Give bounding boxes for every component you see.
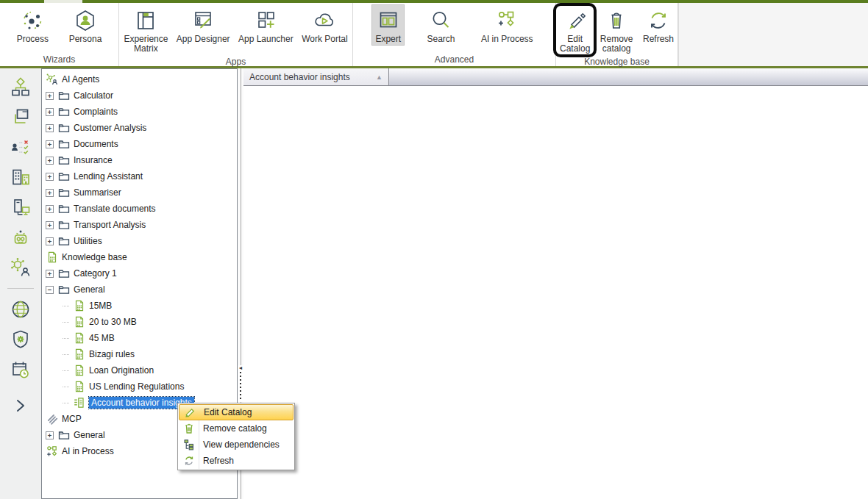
doc-icon [73, 332, 85, 344]
forms-icon [10, 106, 32, 128]
edit-catalog-icon [563, 8, 588, 33]
expand-icon[interactable]: + [46, 140, 54, 148]
toolbar-divider [7, 288, 34, 289]
sidebar-item-security-shield[interactable] [9, 329, 32, 351]
expand-icon[interactable]: + [46, 205, 54, 213]
tree-item-label: Summariser [74, 187, 121, 198]
tree-item-label: Complaints [74, 107, 118, 117]
tree-item-ai-agents[interactable]: AI Agents [43, 71, 237, 87]
tree-item-translate-documents[interactable]: +Translate documents [43, 201, 237, 217]
menu-trash-icon [183, 423, 195, 434]
ribbon-button-process[interactable]: Process [13, 4, 52, 46]
menu-icon-cell [179, 455, 199, 467]
ribbon-button-label: Persona [69, 35, 102, 44]
tab-account-behavior-insights[interactable]: Account behavior insights ▲ [243, 68, 389, 85]
ribbon-button-label: Expert [375, 35, 401, 44]
ribbon-button-search[interactable]: Search [423, 4, 458, 46]
context-menu-item-edit-catalog[interactable]: Edit Catalog [179, 404, 294, 420]
tree-item-loan-origination[interactable]: Loan Origination [43, 362, 237, 378]
collapse-left-icon[interactable]: ◄ [238, 365, 243, 370]
ribbon-button-edit-catalog[interactable]: Edit Catalog [556, 4, 594, 56]
ribbon-button-label: Remove catalog [597, 35, 636, 54]
folder-icon [57, 122, 70, 134]
sidebar-item-devices[interactable] [9, 196, 32, 218]
scheduler-icon [10, 359, 32, 381]
tree-item-summariser[interactable]: +Summariser [43, 184, 237, 201]
tree-item-knowledge-base[interactable]: Knowledge base [43, 249, 237, 265]
tree-item-label: Lending Assistant [74, 171, 143, 182]
tree-item-transport-analysis[interactable]: +Transport Analysis [43, 217, 237, 233]
doc-icon [73, 348, 85, 360]
collapse-icon[interactable]: − [46, 286, 54, 294]
expand-icon[interactable]: + [46, 189, 54, 197]
ribbon-button-app-designer[interactable]: App Designer [173, 4, 234, 46]
splitter-dots [240, 372, 241, 401]
menu-deps-icon [183, 439, 195, 450]
expand-icon[interactable]: + [46, 124, 54, 132]
ribbon-button-ai-in-process[interactable]: AI in Process [477, 4, 537, 46]
ribbon-group-apps: Experience MatrixApp DesignerApp Launche… [119, 3, 353, 66]
expand-icon[interactable]: + [46, 431, 54, 439]
sidebar-item-user-checklist[interactable] [9, 136, 32, 158]
tree-item-us-lending-regulations[interactable]: US Lending Regulations [43, 378, 237, 395]
expand-icon[interactable]: + [46, 92, 54, 100]
menu-refresh-icon [183, 455, 195, 467]
devices-icon [10, 196, 32, 218]
tree-item-45-mb[interactable]: 45 MB [43, 330, 237, 346]
remove-catalog-icon [604, 8, 629, 33]
ribbon-button-remove-catalog[interactable]: Remove catalog [594, 4, 639, 56]
doc-icon [73, 381, 85, 392]
tree-item-complaints[interactable]: +Complaints [43, 104, 237, 120]
ribbon-button-expert[interactable]: Expert [371, 4, 405, 46]
ribbon-button-work-portal[interactable]: Work Portal [298, 4, 351, 46]
tree-item-bizagi-rules[interactable]: Bizagi rules [43, 346, 237, 362]
context-menu-item-view-dependencies[interactable]: View dependencies [179, 437, 294, 453]
context-menu-item-remove-catalog[interactable]: Remove catalog [179, 420, 294, 437]
expand-icon[interactable]: + [46, 173, 54, 181]
expand-icon[interactable]: + [46, 157, 54, 165]
ribbon-button-refresh[interactable]: Refresh [639, 4, 677, 46]
tree-item-general[interactable]: −General [43, 281, 237, 298]
tree-item-calculator[interactable]: +Calculator [43, 87, 237, 104]
ribbon-button-experience-matrix[interactable]: Experience Matrix [120, 4, 171, 56]
sidebar-item-forms[interactable] [9, 106, 32, 128]
sidebar-item-organization[interactable] [9, 166, 32, 188]
tree-connector [63, 370, 69, 371]
expand-icon[interactable]: + [46, 270, 54, 278]
sidebar-item-ai-robot[interactable] [9, 226, 32, 248]
tree-item-lending-assistant[interactable]: +Lending Assistant [43, 168, 237, 184]
sidebar-item-globe[interactable] [9, 298, 32, 320]
sidebar-item-chevron-right[interactable] [9, 395, 32, 417]
ribbon-group-knowledge-base: Edit CatalogRemove catalogRefreshKnowled… [556, 3, 678, 66]
security-shield-icon [10, 329, 32, 351]
tree-item-15mb[interactable]: 15MB [43, 298, 237, 314]
tree-item-label: Calculator [74, 90, 113, 101]
tree-item-utilities[interactable]: +Utilities [43, 233, 237, 249]
tree-item-insurance[interactable]: +Insurance [43, 152, 237, 168]
ribbon-button-app-launcher[interactable]: App Launcher [235, 4, 297, 46]
menu-icon-cell [179, 439, 199, 450]
sidebar-item-hierarchy[interactable] [9, 76, 32, 98]
expand-icon[interactable]: + [46, 108, 54, 116]
doc-icon [73, 365, 85, 376]
tree-item-label: Utilities [74, 236, 102, 246]
collapse-up-icon[interactable]: ▲ [376, 73, 383, 81]
tree-item-documents[interactable]: +Documents [43, 136, 237, 152]
tree-item-customer-analysis[interactable]: +Customer Analysis [43, 120, 237, 136]
menu-pencil-icon [184, 406, 196, 418]
tree-item-category-1[interactable]: +Category 1 [43, 265, 237, 281]
folder-icon [57, 170, 70, 182]
expand-icon[interactable]: + [46, 237, 54, 245]
sidebar-item-stakeholders[interactable] [9, 256, 32, 279]
ribbon-button-label: Experience Matrix [124, 35, 168, 54]
ribbon-button-persona[interactable]: Persona [65, 4, 106, 46]
folder-icon [57, 187, 70, 198]
tree-item-20-to-30-mb[interactable]: 20 to 30 MB [43, 314, 237, 330]
expand-icon[interactable]: + [46, 221, 54, 229]
tree-item-label: AI in Process [62, 446, 114, 456]
ribbon-button-label: Search [427, 35, 455, 44]
sidebar-item-scheduler[interactable] [9, 359, 32, 381]
splitter-collapse-handle[interactable]: ◄ [238, 365, 243, 402]
tree-item-label: Category 1 [74, 268, 117, 279]
context-menu-item-refresh[interactable]: Refresh [179, 453, 294, 469]
